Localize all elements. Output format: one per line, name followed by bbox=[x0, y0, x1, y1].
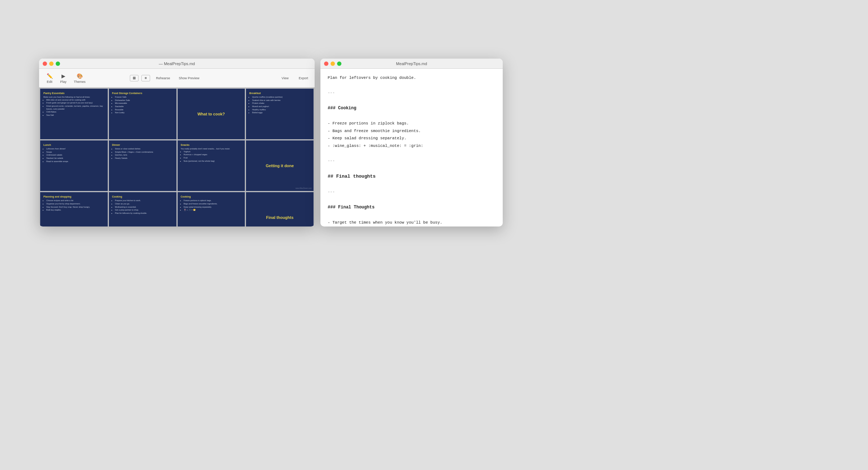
show-preview-button[interactable]: Show Preview bbox=[176, 75, 202, 81]
slide-cooking1[interactable]: Cooking Prepare your kitchen to work. Cl… bbox=[109, 192, 176, 226]
slide-snacks-title: Snacks bbox=[181, 144, 242, 146]
editor-blank-5 bbox=[328, 165, 495, 172]
pencil-icon: ✏️ bbox=[46, 73, 53, 79]
editor-window-title: MealPrepTips.md bbox=[396, 62, 427, 66]
titlebar-left: — MealPrepTips.md bbox=[39, 59, 315, 69]
editor-blank-3 bbox=[328, 113, 495, 119]
editor-blank-8 bbox=[328, 212, 495, 219]
slide-dinner-title: Dinner bbox=[112, 144, 173, 146]
editor-hr-1: --- bbox=[328, 89, 495, 96]
slide-final-thoughts[interactable]: Final thoughts bbox=[246, 192, 314, 226]
slides-row-3: Planning and shopping Choose recipes and… bbox=[40, 192, 314, 226]
window-title-left: — MealPrepTips.md bbox=[159, 62, 195, 66]
slides-row-2: Lunch Leftovers from dinner! Soups Undre… bbox=[40, 140, 314, 191]
slides-container: Pantry Essentials Make sure you have the… bbox=[39, 88, 315, 226]
grid-view-button[interactable]: ⊞ bbox=[130, 75, 139, 81]
editor-blank-1 bbox=[328, 82, 495, 89]
traffic-lights-left[interactable] bbox=[43, 62, 60, 66]
slide-dinner[interactable]: Dinner Stews or slow cooked dishes Simpl… bbox=[109, 140, 176, 191]
editor-maximize-button[interactable] bbox=[337, 62, 341, 66]
slide-snacks[interactable]: Snacks You really probably don't need sn… bbox=[178, 140, 245, 191]
editor-heading-final-thoughts: ### Final Thoughts bbox=[328, 204, 495, 211]
slide-breakfast-text: Quiche muffins (crustless quiches) Soake… bbox=[249, 96, 310, 114]
minimize-button[interactable] bbox=[49, 62, 54, 66]
themes-icon: 🎨 bbox=[76, 73, 83, 79]
slide-what-to-cook-title: What to cook? bbox=[197, 112, 225, 116]
slide-breakfast-title: Breakfast bbox=[249, 92, 310, 94]
presentation-toolbar: ✏️ Edit ▶ Play 🎨 Themes ⊞ ≡ Rehearse bbox=[39, 69, 315, 88]
slide-planning-title: Planning and shopping bbox=[43, 195, 105, 198]
slide-cooking2[interactable]: Cooking Freeze portions in ziplock bags.… bbox=[178, 192, 245, 226]
toolbar-center-group: ⊞ ≡ Rehearse Show Preview bbox=[130, 75, 202, 81]
slide-pantry-title: Pantry Essentials bbox=[43, 92, 105, 94]
editor-cooking-3: - Keep salad dressing separately. bbox=[328, 135, 495, 142]
slide-getting-it-done-title: Getting it done bbox=[266, 164, 294, 168]
editor-cooking-1: - Freeze portions in ziplock bags. bbox=[328, 120, 495, 127]
editor-close-button[interactable] bbox=[324, 62, 328, 66]
export-button[interactable]: Export bbox=[297, 76, 310, 81]
slide-breakfast[interactable]: Breakfast Quiche muffins (crustless quic… bbox=[246, 89, 314, 139]
editor-blank-6 bbox=[328, 181, 495, 188]
desktop: — MealPrepTips.md ✏️ Edit ▶ Play 🎨 Theme… bbox=[0, 0, 868, 470]
editor-blank-2 bbox=[328, 97, 495, 104]
rehearse-button[interactable]: Rehearse bbox=[153, 75, 173, 81]
editor-heading-final: ## Final thoughts bbox=[328, 173, 495, 181]
slide-cooking2-title: Cooking bbox=[181, 195, 242, 198]
edit-button[interactable]: ✏️ Edit bbox=[43, 71, 56, 85]
view-button[interactable]: View bbox=[280, 76, 291, 81]
slide-food-storage[interactable]: Food Storage Containers Freezer Safe Dis… bbox=[109, 89, 176, 139]
editor-hr-3: --- bbox=[328, 189, 495, 195]
slide-getting-it-done[interactable]: Getting it done www.MacDown.com bbox=[246, 140, 314, 191]
editor-cooking-4: - :wine_glass: + :musical_note: = :grin: bbox=[328, 143, 495, 149]
toolbar-left-group: ✏️ Edit ▶ Play 🎨 Themes bbox=[43, 71, 89, 85]
play-button[interactable]: ▶ Play bbox=[57, 71, 69, 85]
editor-cooking-2: - Bags and freeze smoothie ingredients. bbox=[328, 128, 495, 135]
slide-planning[interactable]: Planning and shopping Choose recipes and… bbox=[40, 192, 108, 226]
slide-dinner-text: Stews or slow cooked dishes Simple Meat … bbox=[112, 148, 173, 160]
slide-food-storage-text: Freezer Safe Dishwasher Safe Microwavabl… bbox=[112, 96, 173, 114]
editor-window: MealPrepTips.md Plan for leftovers by co… bbox=[320, 59, 503, 226]
slide-snacks-text: You really probably don't need snacks...… bbox=[181, 148, 242, 162]
list-view-button[interactable]: ≡ bbox=[141, 75, 150, 81]
presentation-window: — MealPrepTips.md ✏️ Edit ▶ Play 🎨 Theme… bbox=[39, 59, 315, 226]
titlebar-right: MealPrepTips.md bbox=[320, 59, 503, 69]
themes-button[interactable]: 🎨 Themes bbox=[71, 71, 89, 85]
slide-what-to-cook[interactable]: What to cook? bbox=[178, 89, 245, 139]
editor-line-0: Plan for leftovers by cooking double. bbox=[328, 75, 495, 81]
watermark: www.MacDown.com bbox=[295, 187, 312, 189]
editor-final-1: - Target the times when you know you'll … bbox=[328, 219, 495, 226]
slide-final-thoughts-title: Final thoughts bbox=[266, 215, 294, 220]
slide-lunch[interactable]: Lunch Leftovers from dinner! Soups Undre… bbox=[40, 140, 108, 191]
editor-blank-7 bbox=[328, 196, 495, 203]
traffic-lights-right[interactable] bbox=[324, 62, 341, 66]
slides-row-1: Pantry Essentials Make sure you have the… bbox=[40, 89, 314, 139]
editor-hr-2: --- bbox=[328, 157, 495, 164]
editor-blank-4 bbox=[328, 150, 495, 157]
slide-pantry-text: Make sure you have the following on had … bbox=[43, 96, 105, 117]
slide-lunch-text: Leftovers from dinner! Soups Undressed s… bbox=[43, 148, 105, 163]
slide-pantry[interactable]: Pantry Essentials Make sure you have the… bbox=[40, 89, 108, 139]
editor-content-area[interactable]: Plan for leftovers by cooking double. --… bbox=[320, 69, 503, 226]
play-icon: ▶ bbox=[60, 73, 67, 79]
toolbar-right-group: View Export bbox=[280, 76, 310, 81]
slide-food-storage-title: Food Storage Containers bbox=[112, 92, 173, 94]
slide-cooking1-text: Prepare your kitchen to work. Clean as y… bbox=[112, 199, 173, 215]
close-button[interactable] bbox=[43, 62, 47, 66]
editor-heading-cooking: ### Cooking bbox=[328, 105, 495, 112]
slide-planning-text: Choose recipes and write a list Organise… bbox=[43, 199, 105, 212]
editor-minimize-button[interactable] bbox=[331, 62, 335, 66]
slide-lunch-title: Lunch bbox=[43, 144, 105, 146]
slide-cooking1-title: Cooking bbox=[112, 195, 173, 198]
maximize-button[interactable] bbox=[56, 62, 60, 66]
slide-cooking2-text: Freeze portions in ziplock bags. Bags an… bbox=[181, 199, 242, 212]
